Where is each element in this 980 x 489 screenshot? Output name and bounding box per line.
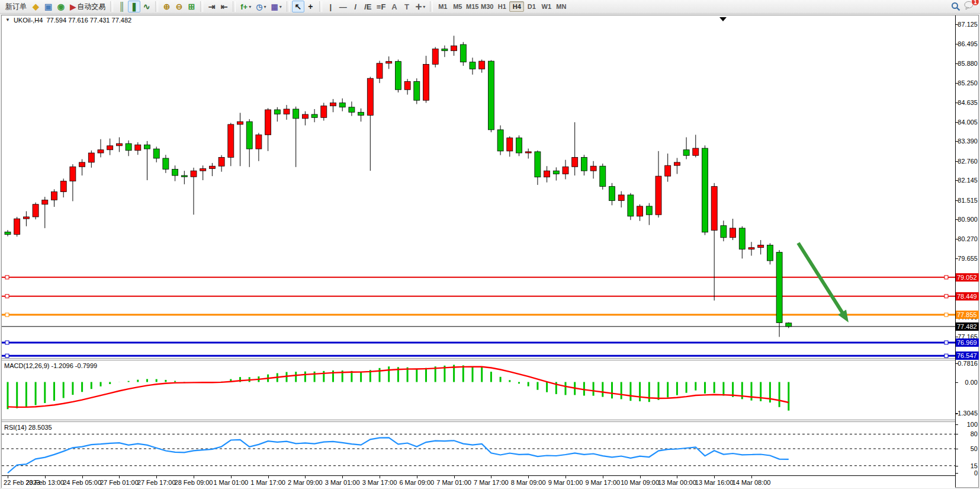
- rsi-indicator-label: RSI(14) 28.5035: [4, 424, 52, 431]
- history-center-button[interactable]: ◆: [30, 1, 42, 12]
- resistance-line-2-handle[interactable]: [944, 295, 948, 298]
- time-axis-label: 7 Mar 01:00: [436, 479, 471, 486]
- rsi-panel[interactable]: [2, 422, 955, 475]
- cursor-button[interactable]: ↖: [292, 1, 304, 12]
- macd-panel[interactable]: [2, 360, 955, 420]
- axis-tick-label: 15: [971, 462, 978, 469]
- chart-plot-area[interactable]: ▼ UKOil-,H4 77.594 77.616 77.431 77.482 …: [2, 15, 955, 487]
- vertical-line-button[interactable]: |: [324, 1, 337, 12]
- line-chart-icon: ∿: [143, 2, 150, 11]
- bull-candle: [42, 200, 48, 204]
- candlestick-chart[interactable]: [2, 15, 955, 358]
- bar-chart-button[interactable]: ║: [115, 1, 128, 12]
- text-label-button[interactable]: T: [400, 1, 413, 12]
- trendline-button[interactable]: /: [349, 1, 362, 12]
- timeframe-m1-button[interactable]: M1: [435, 1, 450, 12]
- chart-window: ▼ UKOil-,H4 77.594 77.616 77.431 77.482 …: [1, 15, 979, 488]
- mt4-application-window: { "toolbar": { "new_order_label": "新订单",…: [0, 0, 980, 489]
- support-line-orange-handle[interactable]: [5, 313, 9, 317]
- bull-candle: [572, 157, 578, 167]
- horizontal-line-button[interactable]: —: [337, 1, 349, 12]
- time-axis-label: 3 Mar 01:00: [325, 479, 360, 486]
- resistance-line-2-handle[interactable]: [5, 295, 9, 298]
- axis-tick-mark: [956, 473, 958, 474]
- resistance-line-1-handle[interactable]: [944, 276, 948, 279]
- price-axis[interactable]: 87.12586.49585.88085.25084.63584.00583.3…: [955, 15, 978, 487]
- bull-candle: [451, 46, 457, 50]
- bull-candle: [665, 165, 671, 176]
- auto-scroll-button[interactable]: ⇥: [205, 1, 218, 12]
- fibonacci-button[interactable]: ≡F: [374, 1, 388, 12]
- axis-tick-label: 84.005: [957, 119, 978, 126]
- zoom-in-button[interactable]: ⊕: [160, 1, 173, 12]
- indicators-button[interactable]: f+▾: [238, 1, 253, 12]
- auto-trading-label: 自动交易: [77, 2, 105, 12]
- bear-candle: [739, 228, 745, 249]
- bear-candle: [702, 148, 708, 232]
- bear-candle: [153, 149, 159, 158]
- chevron-down-icon[interactable]: ▾: [279, 4, 282, 9]
- timeframe-w1-button[interactable]: W1: [539, 1, 554, 12]
- chat-button[interactable]: 1: [964, 1, 975, 12]
- bear-candle: [683, 150, 689, 156]
- time-tick-mark: [751, 476, 752, 478]
- time-axis-label: 3 Mar 17:00: [362, 479, 397, 486]
- tile-windows-button[interactable]: ⊞: [185, 1, 198, 12]
- time-tick-mark: [82, 476, 83, 478]
- timeframe-h4-button[interactable]: H4: [509, 1, 524, 12]
- templates-button[interactable]: ▦▾: [269, 1, 284, 12]
- bull-candle: [330, 103, 336, 106]
- chart-ohlc-values: 77.594 77.616 77.431 77.482: [46, 17, 131, 24]
- time-axis-label: 14 Mar 08:00: [732, 479, 771, 486]
- support-line-blue-1-handle[interactable]: [944, 341, 948, 344]
- text-button[interactable]: A: [388, 1, 400, 12]
- time-axis-label: 13 Mar 16:00: [695, 479, 734, 486]
- timeframe-h1-button[interactable]: H1: [494, 1, 509, 12]
- bull-candle: [367, 78, 373, 115]
- chevron-down-icon[interactable]: ▾: [423, 4, 425, 9]
- bull-candle: [432, 49, 438, 65]
- trend-arrow-annotation[interactable]: [798, 243, 844, 315]
- bull-candle: [302, 114, 308, 119]
- periods-button[interactable]: ◷▾: [253, 1, 268, 12]
- line-chart-button[interactable]: ∿: [140, 1, 153, 12]
- bull-candle: [228, 124, 234, 158]
- bear-candle: [349, 107, 355, 112]
- zoom-out-button[interactable]: ⊖: [173, 1, 185, 12]
- crosshair-button[interactable]: +: [304, 1, 317, 12]
- resistance-line-1-handle[interactable]: [5, 276, 9, 279]
- support-line-blue-1-handle[interactable]: [5, 341, 9, 344]
- channel-button[interactable]: /E: [362, 1, 374, 12]
- chevron-down-icon[interactable]: ▾: [264, 4, 266, 9]
- support-line-blue-2-handle[interactable]: [944, 354, 948, 357]
- new-order-button[interactable]: 新订单: [2, 1, 29, 12]
- time-axis-label: 7 Mar 17:00: [474, 479, 509, 486]
- bull-candle: [693, 148, 699, 155]
- timeframe-m30-button[interactable]: M30: [480, 1, 494, 12]
- chart-shift-button[interactable]: ⇤: [218, 1, 230, 12]
- chart-shift-marker-icon[interactable]: [719, 17, 727, 21]
- bid-price-line-price-label: 77.482: [956, 322, 979, 331]
- time-axis[interactable]: 22 Feb 202323 Feb 13:0024 Feb 05:0027 Fe…: [2, 475, 955, 488]
- market-watch-button[interactable]: ▣: [42, 1, 54, 12]
- chevron-down-icon[interactable]: ▾: [249, 4, 251, 9]
- arrows-button[interactable]: ✛▾: [413, 1, 428, 12]
- timeframe-m5-button[interactable]: M5: [450, 1, 465, 12]
- time-axis-label: 23 Feb 13:00: [25, 479, 64, 486]
- signals-button[interactable]: ◉: [54, 1, 67, 12]
- time-axis-label: 9 Mar 01:00: [548, 479, 583, 486]
- bar-chart-icon: ║: [119, 2, 125, 11]
- timeframe-mn-button[interactable]: MN: [554, 1, 568, 12]
- candlestick-icon: ❚: [131, 2, 138, 11]
- collapse-chart-icon[interactable]: ▼: [5, 17, 10, 23]
- candlestick-button[interactable]: ❚: [128, 1, 140, 12]
- support-line-orange-handle[interactable]: [944, 313, 948, 317]
- bull-candle: [265, 110, 271, 135]
- timeframe-d1-button[interactable]: D1: [524, 1, 539, 12]
- search-icon[interactable]: [951, 2, 960, 11]
- timeframe-m15-button[interactable]: M15: [465, 1, 480, 12]
- bear-candle: [293, 109, 299, 119]
- auto-trading-button[interactable]: ▶ 自动交易: [68, 1, 108, 12]
- support-line-blue-2-handle[interactable]: [5, 354, 9, 357]
- bull-candle: [748, 248, 754, 250]
